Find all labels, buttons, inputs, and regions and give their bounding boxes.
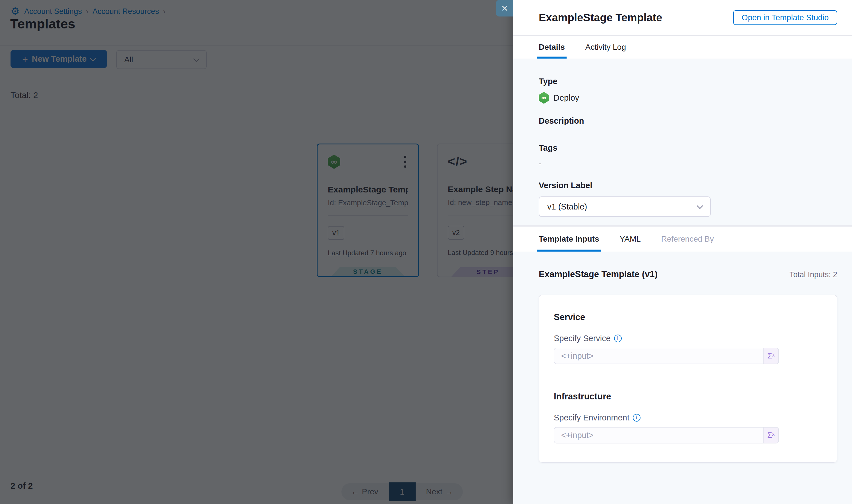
version-select-value: v1 (Stable)	[547, 202, 587, 212]
chevron-down-icon	[697, 203, 703, 209]
version-select[interactable]: v1 (Stable)	[539, 196, 711, 217]
details-pane: Type ∞ Deploy Description Tags - Version…	[513, 58, 852, 226]
info-icon[interactable]: i	[614, 335, 622, 342]
tab-activity-log[interactable]: Activity Log	[585, 36, 626, 58]
tab-template-inputs[interactable]: Template Inputs	[539, 227, 599, 252]
type-label: Type	[539, 77, 827, 86]
version-label: Version Label	[539, 181, 827, 190]
open-template-studio-button[interactable]: Open in Template Studio	[733, 10, 837, 25]
total-inputs-count: Total Inputs: 2	[790, 270, 837, 279]
field-label-text: Specify Service	[554, 334, 611, 343]
service-section-title: Service	[554, 312, 822, 322]
tab-referenced-by[interactable]: Referenced By	[661, 227, 714, 252]
sigma-expression-icon[interactable]: Σˣ	[763, 428, 778, 443]
specify-service-label: Specify Service i	[554, 334, 822, 343]
tags-value: -	[539, 159, 827, 168]
inputs-header: ExampleStage Template (v1) Total Inputs:…	[539, 269, 837, 280]
drawer-tabs: Details Activity Log	[513, 36, 852, 58]
description-label: Description	[539, 116, 827, 126]
infrastructure-section-title: Infrastructure	[554, 392, 822, 402]
sigma-expression-icon[interactable]: Σˣ	[763, 348, 778, 364]
infinity-glyph: ∞	[541, 94, 546, 101]
deploy-hexagon-icon: ∞	[539, 92, 549, 104]
template-details-drawer: ExampleStage Template Open in Template S…	[513, 0, 852, 504]
service-input-row: Σˣ	[554, 348, 779, 364]
type-value-row: ∞ Deploy	[539, 92, 827, 104]
close-icon[interactable]: ✕	[496, 0, 513, 17]
environment-input-row: Σˣ	[554, 427, 779, 444]
drawer-header: ExampleStage Template Open in Template S…	[513, 0, 852, 36]
specify-environment-label: Specify Environment i	[554, 413, 822, 422]
tab-details[interactable]: Details	[539, 36, 565, 58]
app-root: ⚙ Account Settings › Account Resources ›…	[0, 0, 852, 504]
tab-yaml[interactable]: YAML	[620, 227, 641, 252]
tags-label: Tags	[539, 143, 827, 152]
field-label-text: Specify Environment	[554, 413, 629, 422]
inputs-card: Service Specify Service i Σˣ Infrastruct…	[539, 295, 837, 463]
template-inputs-pane: ExampleStage Template (v1) Total Inputs:…	[513, 252, 852, 504]
inputs-heading: ExampleStage Template (v1)	[539, 269, 657, 280]
environment-input[interactable]	[554, 428, 763, 443]
service-input[interactable]	[554, 348, 763, 364]
info-icon[interactable]: i	[633, 414, 640, 421]
drawer-inner-tabs: Template Inputs YAML Referenced By	[513, 226, 852, 252]
type-value: Deploy	[554, 93, 579, 103]
drawer-title: ExampleStage Template	[539, 12, 662, 24]
